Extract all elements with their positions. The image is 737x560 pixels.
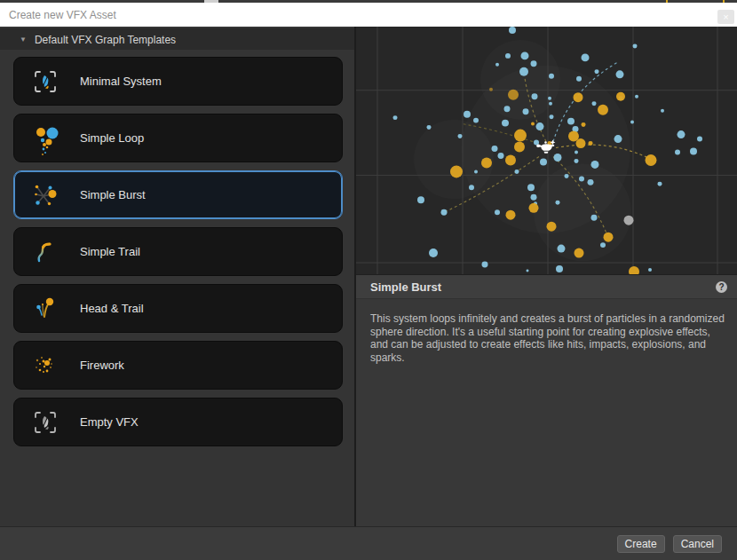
head-and-trail-icon: [32, 296, 59, 322]
firework-icon: [32, 352, 59, 379]
template-item-empty-vfx[interactable]: Empty VFX: [13, 398, 343, 446]
template-item-label: Firework: [80, 359, 124, 372]
template-item-head-trail[interactable]: Head & Trail: [13, 284, 343, 333]
selected-template-title: Simple Burst: [370, 280, 441, 294]
templates-foldout-header[interactable]: ▼ Default VFX Graph Templates: [0, 28, 354, 50]
template-item-simple-loop[interactable]: Simple Loop: [13, 114, 343, 162]
vfx-preview-canvas: [356, 27, 737, 274]
cancel-button[interactable]: Cancel: [673, 535, 722, 553]
help-icon[interactable]: ?: [716, 281, 727, 293]
window-title: Create new VFX Asset: [9, 9, 116, 21]
templates-foldout-label: Default VFX Graph Templates: [35, 34, 176, 46]
create-vfx-asset-dialog: Create new VFX Asset × ▼ Default VFX Gra…: [0, 0, 737, 560]
template-item-label: Empty VFX: [80, 415, 139, 429]
close-icon[interactable]: ×: [717, 10, 734, 24]
vfx-preview: [356, 27, 737, 275]
empty-vfx-icon: [32, 409, 59, 436]
template-item-label: Minimal System: [80, 75, 162, 88]
template-item-simple-burst[interactable]: Simple Burst: [13, 170, 343, 219]
simple-trail-icon: [32, 239, 59, 265]
template-item-label: Head & Trail: [80, 302, 144, 315]
template-item-label: Simple Burst: [80, 188, 146, 201]
foldout-arrow-icon: ▼: [20, 35, 27, 43]
templates-panel: ▼ Default VFX Graph Templates Minimal Sy…: [0, 27, 356, 526]
template-description: This system loops infinitely and creates…: [356, 299, 737, 365]
details-panel: Simple Burst ? This system loops infinit…: [356, 27, 737, 526]
simple-burst-icon: [32, 182, 59, 209]
template-item-simple-trail[interactable]: Simple Trail: [13, 227, 343, 276]
create-button[interactable]: Create: [617, 535, 665, 553]
template-item-label: Simple Loop: [80, 131, 144, 145]
template-item-label: Simple Trail: [80, 245, 140, 258]
footer-bar: Create Cancel: [0, 526, 737, 560]
simple-loop-icon: [32, 125, 59, 152]
template-item-firework[interactable]: Firework: [13, 341, 343, 390]
description-header: Simple Burst ?: [356, 275, 737, 299]
window-title-bar: Create new VFX Asset ×: [0, 3, 737, 27]
minimal-system-icon: [32, 68, 59, 95]
template-list: Minimal SystemSimple LoopSimple Burst Si…: [0, 50, 354, 446]
template-item-minimal-system[interactable]: Minimal System: [13, 57, 343, 106]
